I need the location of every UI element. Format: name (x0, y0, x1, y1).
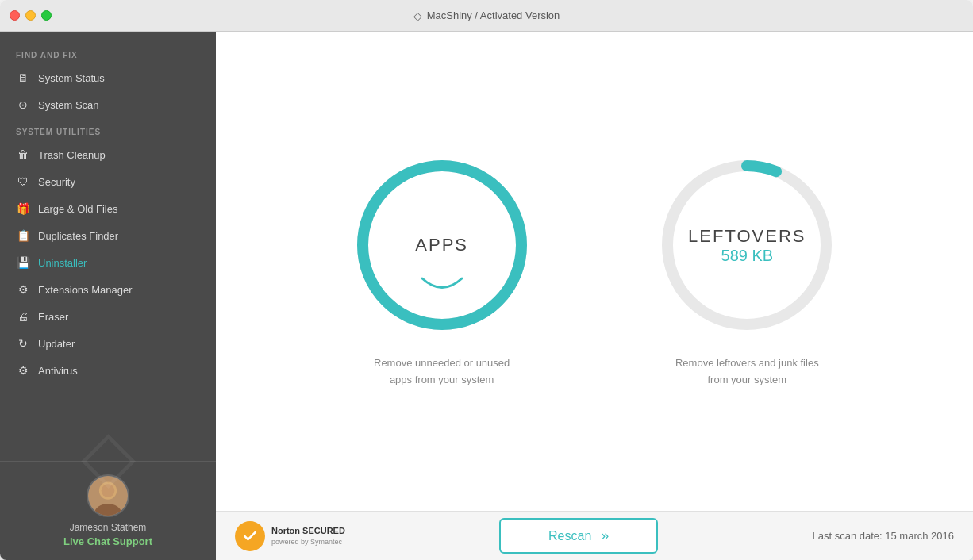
avatar-image (88, 474, 128, 517)
norton-powered-label: powered by Symantec (271, 537, 345, 547)
eraser-icon: 🖨 (16, 310, 30, 323)
avatar (87, 474, 129, 517)
content-main: APPS Remove unneeded or unusedapps from … (216, 32, 973, 511)
rescan-label: Rescan (548, 529, 591, 543)
leftovers-circle-container[interactable]: LEFTOVERS 589 KB (656, 154, 838, 336)
titlebar: ◇ MacShiny / Activated Version (0, 0, 973, 32)
sidebar-item-extensions-manager[interactable]: ⚙ Extensions Manager (0, 276, 216, 303)
apps-label: APPS (415, 235, 468, 255)
apps-circle-inner: APPS (415, 235, 468, 255)
live-chat-link[interactable]: Live Chat Support (63, 535, 152, 547)
sidebar-item-label: System Status (38, 72, 200, 84)
sidebar-item-eraser[interactable]: 🖨 Eraser (0, 303, 216, 330)
sidebar-item-security[interactable]: 🛡 Security (0, 168, 216, 195)
user-name: Jameson Stathem (70, 522, 147, 533)
close-button[interactable] (10, 10, 20, 21)
content-area: APPS Remove unneeded or unusedapps from … (216, 32, 973, 560)
maximize-button[interactable] (41, 10, 52, 21)
sidebar-item-label: Eraser (38, 311, 200, 323)
norton-secured-label: Norton SECURED (271, 525, 345, 537)
minimize-button[interactable] (25, 10, 36, 21)
files-icon: 🎁 (16, 202, 30, 215)
sidebar-item-trash-cleanup[interactable]: 🗑 Trash Cleanup (0, 141, 216, 168)
apps-desc-text: Remove unneeded or unusedapps from your … (374, 357, 510, 385)
sidebar-item-label: Security (38, 176, 200, 188)
apps-widget: APPS Remove unneeded or unusedapps from … (331, 154, 553, 389)
sidebar-item-system-status[interactable]: 🖥 System Status (0, 64, 216, 91)
norton-text-block: Norton SECURED powered by Symantec (271, 525, 345, 547)
sidebar-item-label: Uninstaller (38, 257, 200, 269)
duplicates-icon: 📋 (16, 229, 30, 242)
sidebar-item-label: Trash Cleanup (38, 149, 200, 161)
leftovers-desc-text: Remove leftovers and junk filesfrom your… (675, 357, 819, 385)
sidebar-nav: FIND AND FIX 🖥 System Status ⊙ System Sc… (0, 32, 216, 461)
norton-badge: Norton SECURED powered by Symantec (235, 521, 345, 551)
rescan-button[interactable]: Rescan » (499, 518, 658, 554)
rescan-arrow-icon: » (601, 527, 609, 544)
sidebar-item-label: Duplicates Finder (38, 230, 200, 242)
apps-description: Remove unneeded or unusedapps from your … (374, 355, 510, 389)
sidebar: FIND AND FIX 🖥 System Status ⊙ System Sc… (0, 32, 216, 560)
sidebar-item-label: Antivirus (38, 365, 200, 377)
monitor-icon: 🖥 (16, 71, 30, 84)
sidebar-item-label: System Scan (38, 99, 200, 111)
traffic-lights (10, 10, 52, 21)
window-title-area: ◇ MacShiny / Activated Version (413, 10, 560, 22)
trash-icon: 🗑 (16, 148, 30, 161)
app-window: ◇ MacShiny / Activated Version FIND AND … (0, 0, 973, 560)
leftovers-description: Remove leftovers and junk filesfrom your… (675, 355, 819, 389)
sidebar-item-large-old-files[interactable]: 🎁 Large & Old Files (0, 195, 216, 222)
sidebar-footer: Jameson Stathem Live Chat Support (0, 461, 216, 560)
main-layout: FIND AND FIX 🖥 System Status ⊙ System Sc… (0, 32, 973, 560)
apps-circle-container[interactable]: APPS (351, 154, 533, 336)
section-find-fix-label: FIND AND FIX (0, 41, 216, 64)
search-icon: ⊙ (16, 98, 30, 111)
footer-bar: Norton SECURED powered by Symantec Resca… (216, 511, 973, 560)
window-title: MacShiny / Activated Version (427, 10, 560, 21)
sidebar-item-system-scan[interactable]: ⊙ System Scan (0, 91, 216, 118)
sidebar-item-antivirus[interactable]: ⚙ Antivirus (0, 357, 216, 384)
norton-checkmark-icon (235, 521, 265, 551)
leftovers-circle-inner: LEFTOVERS 589 KB (688, 226, 806, 265)
section-system-utilities-label: SYSTEM UTILITIES (0, 118, 216, 141)
leftovers-widget: LEFTOVERS 589 KB Remove leftovers and ju… (636, 154, 858, 389)
antivirus-icon: ⚙ (16, 364, 30, 377)
sidebar-item-label: Extensions Manager (38, 284, 200, 296)
updater-icon: ↻ (16, 337, 30, 350)
sidebar-item-label: Updater (38, 338, 200, 350)
sidebar-item-uninstaller[interactable]: 💾 Uninstaller (0, 249, 216, 276)
leftovers-label: LEFTOVERS (688, 226, 806, 247)
sidebar-item-updater[interactable]: ↻ Updater (0, 330, 216, 357)
uninstaller-icon: 💾 (16, 256, 30, 269)
shield-icon: 🛡 (16, 175, 30, 188)
svg-point-3 (102, 484, 115, 497)
sidebar-item-duplicates-finder[interactable]: 📋 Duplicates Finder (0, 222, 216, 249)
sidebar-item-label: Large & Old Files (38, 203, 200, 215)
rescan-button-container: Rescan » (361, 518, 797, 554)
last-scan-text: Last scan date: 15 march 2016 (812, 530, 954, 542)
extensions-icon: ⚙ (16, 283, 30, 296)
leftovers-size: 589 KB (721, 247, 774, 265)
checkmark-svg (242, 528, 258, 544)
smile-icon (418, 274, 466, 298)
app-icon: ◇ (413, 10, 422, 22)
